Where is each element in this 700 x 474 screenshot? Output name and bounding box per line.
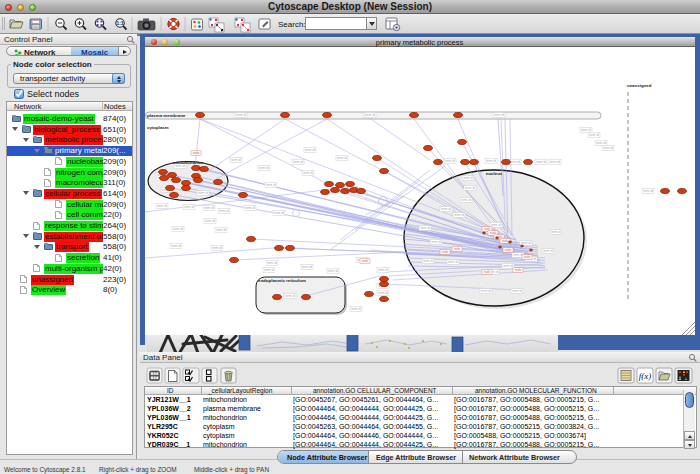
svg-text:term id: term id [175, 164, 185, 168]
svg-text:Search:: Search: [278, 20, 306, 29]
svg-text:term id: term id [454, 213, 464, 217]
svg-text:term id: term id [643, 189, 653, 193]
svg-text:node: node [505, 248, 512, 252]
svg-text:term id: term id [441, 207, 451, 211]
svg-text:term id: term id [465, 186, 475, 190]
svg-text:term id: term id [173, 227, 183, 231]
svg-text:term id: term id [212, 246, 222, 250]
svg-text:node: node [524, 255, 531, 259]
svg-text:term id: term id [550, 160, 560, 164]
svg-text:node: node [193, 151, 200, 155]
svg-text:term id: term id [543, 249, 553, 253]
svg-text:term id: term id [486, 159, 496, 163]
svg-text:term id: term id [204, 206, 214, 210]
svg-text:term id: term id [328, 269, 338, 273]
svg-text:term id: term id [448, 260, 458, 264]
svg-text:term id: term id [285, 294, 295, 298]
svg-text:mitochondrion: mitochondrion [173, 160, 204, 165]
svg-text:term id: term id [512, 289, 522, 293]
svg-text:term id: term id [378, 291, 388, 295]
svg-text:cytoplasm: cytoplasm [147, 125, 169, 130]
svg-text:nucleus: nucleus [486, 171, 503, 176]
svg-text:term id: term id [267, 261, 277, 265]
svg-text:term id: term id [305, 148, 315, 152]
svg-text:term id: term id [293, 160, 303, 164]
svg-text:term id: term id [494, 113, 504, 117]
svg-text:term id: term id [503, 264, 513, 268]
svg-text:term id: term id [264, 268, 274, 272]
svg-text:term id: term id [596, 141, 606, 145]
svg-text:term id: term id [303, 171, 313, 175]
svg-text:term id: term id [589, 133, 599, 137]
svg-text:node: node [502, 239, 509, 243]
svg-text:term id: term id [513, 253, 523, 257]
svg-text:term id: term id [171, 244, 181, 248]
svg-text:node: node [442, 250, 449, 254]
svg-text:term id: term id [365, 113, 375, 117]
svg-text:term id: term id [266, 183, 276, 187]
svg-text:node: node [454, 247, 461, 251]
svg-text:endoplasmic reticulum: endoplasmic reticulum [258, 278, 306, 283]
svg-text:term id: term id [205, 219, 215, 223]
svg-text:term id: term id [420, 226, 430, 230]
svg-text:term id: term id [231, 158, 241, 162]
svg-text:term id: term id [431, 240, 441, 244]
svg-text:term id: term id [481, 289, 491, 293]
svg-text:term id: term id [216, 228, 226, 232]
svg-text:term id: term id [445, 159, 455, 163]
svg-text:term id: term id [236, 113, 246, 117]
svg-text:term id: term id [302, 265, 312, 269]
svg-text:f(x): f(x) [639, 371, 652, 381]
svg-text:term id: term id [603, 146, 613, 150]
svg-text:term id: term id [551, 230, 561, 234]
svg-text:unassigned: unassigned [627, 83, 652, 88]
svg-text:term id: term id [337, 156, 347, 160]
svg-text:node: node [362, 259, 369, 263]
svg-text:term id: term id [274, 211, 284, 215]
svg-text:term id: term id [219, 209, 229, 213]
svg-text:term id: term id [491, 223, 501, 227]
svg-text:term id: term id [157, 204, 167, 208]
svg-text:node: node [515, 268, 522, 272]
svg-text:term id: term id [184, 205, 194, 209]
svg-text:term id: term id [510, 160, 520, 164]
svg-text:term id: term id [351, 307, 361, 311]
svg-text:1:1: 1:1 [116, 20, 123, 26]
svg-text:term id: term id [245, 206, 255, 210]
svg-text:term id: term id [463, 176, 473, 180]
svg-text:term id: term id [581, 128, 591, 132]
svg-text:term id: term id [423, 259, 433, 263]
svg-text:term id: term id [198, 191, 208, 195]
svg-text:plasma membrane: plasma membrane [147, 113, 186, 118]
svg-text:node: node [484, 270, 491, 274]
svg-text:term id: term id [536, 160, 546, 164]
svg-text:term id: term id [259, 166, 269, 170]
svg-text:term id: term id [378, 268, 388, 272]
svg-text:term id: term id [461, 198, 471, 202]
